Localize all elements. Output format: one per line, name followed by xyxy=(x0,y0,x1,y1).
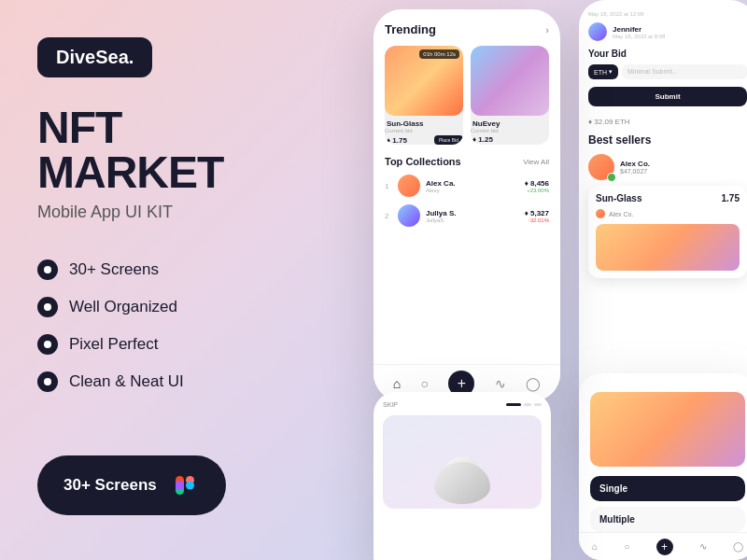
col-price-2: ♦ 5,327 xyxy=(525,209,549,217)
nft-image-nuevey xyxy=(471,46,549,116)
collection-item-1: 1 Alex Ca. Alexy ♦ 8,456 +23.00% xyxy=(385,175,549,197)
timer-badge: 01h 00m 12s xyxy=(419,49,459,59)
nft-card-1: 01h 00m 12s Sun-Glass Current bid ♦ 1.75… xyxy=(385,46,463,145)
nft-card-2: NuEvey Current bid ♦ 1.25 xyxy=(471,46,549,145)
feature-text-4: Clean & Neat UI xyxy=(69,372,184,391)
nav2-plus-button[interactable]: + xyxy=(656,539,673,555)
phone-bottom: SKIP xyxy=(374,392,551,560)
sg-creator-name: Alex Co. xyxy=(609,211,633,217)
nav-search-icon[interactable]: ○ xyxy=(421,376,429,391)
feature-text-3: Pixel Perfect xyxy=(69,335,158,354)
logo-badge: DiveSea. xyxy=(37,37,152,77)
option-multiple[interactable]: Multiple xyxy=(590,507,745,532)
avatar-jennifer xyxy=(588,22,607,41)
bid-input-row: ETH ▾ Minimal Submit... xyxy=(588,64,747,79)
svg-point-4 xyxy=(186,482,194,490)
feature-text-2: Well Organized xyxy=(69,298,177,316)
user-name-jennifer: Jennifer xyxy=(613,25,747,34)
cta-button[interactable]: 30+ Screens xyxy=(37,455,226,515)
collection-item-2: 2 Jullya S. JullyaS ♦ 5,327 -32.01% xyxy=(385,204,549,227)
phone-main: Trending › 01h 00m 12s Sun-Glass Current… xyxy=(374,9,560,401)
nav-home-icon[interactable]: ⌂ xyxy=(393,376,401,391)
svg-rect-3 xyxy=(176,482,184,490)
feature-list: 30+ Screens Well Organized Pixel Perfect… xyxy=(37,259,317,409)
nft-market-title: NFT MARKET xyxy=(37,105,317,195)
sg-price: 1.75 xyxy=(722,193,740,203)
feature-item-3: Pixel Perfect xyxy=(37,334,317,355)
phones-area: Trending › 01h 00m 12s Sun-Glass Current… xyxy=(345,0,747,560)
nft-image-sunglass: 01h 00m 12s xyxy=(385,46,463,116)
feature-item-2: Well Organized xyxy=(37,297,317,317)
col-user-1: Alexy xyxy=(426,188,519,193)
col-change-2: -32.01% xyxy=(525,217,549,223)
nav2-search-icon[interactable]: ○ xyxy=(624,541,629,552)
left-panel: DiveSea. NFT MARKET Mobile App UI KIT 30… xyxy=(0,0,355,560)
seller-avatar-alexco xyxy=(588,154,614,180)
seller-price-1: $47,0027 xyxy=(620,168,747,175)
nft-price-2: ♦ 1.25 xyxy=(472,135,493,144)
dots-indicator xyxy=(506,403,542,406)
dot-inactive-2 xyxy=(534,403,542,406)
dot-active xyxy=(506,403,521,406)
sg-title: Sun-Glass xyxy=(596,193,641,203)
sg-creator-dot xyxy=(596,209,605,218)
bid-input-field[interactable]: Minimal Submit... xyxy=(622,64,747,79)
trending-arrow: › xyxy=(545,24,549,35)
col-change-1: +23.00% xyxy=(525,188,549,193)
option-single-label: Single xyxy=(599,483,627,494)
your-bid-label: Your Bid xyxy=(588,49,747,59)
avatar-alexco xyxy=(398,175,420,197)
phone-right2-nav: ⌂ ○ + ∿ ◯ xyxy=(579,532,747,560)
figma-icon xyxy=(170,470,200,500)
skip-text[interactable]: SKIP xyxy=(383,401,398,408)
view-all-link[interactable]: View All xyxy=(523,158,549,166)
option-single[interactable]: Single xyxy=(590,476,745,501)
nft-cards-row: 01h 00m 12s Sun-Glass Current bid ♦ 1.75… xyxy=(385,46,549,145)
top-collections-header: Top Collections View All xyxy=(385,156,549,167)
subtitle: Mobile App UI KIT xyxy=(37,203,317,222)
nav2-profile-icon[interactable]: ◯ xyxy=(733,541,743,552)
right-date: May 18, 2022 at 12:08 xyxy=(588,11,747,17)
nft-name-2: NuEvey xyxy=(472,119,549,128)
nft-price-1: ♦ 1.75 xyxy=(387,136,407,145)
eth-dropdown[interactable]: ETH ▾ xyxy=(588,64,618,79)
cta-label: 30+ Screens xyxy=(63,476,157,495)
eye-icon-2 xyxy=(37,297,58,317)
sg-image xyxy=(596,224,740,271)
nav2-activity-icon[interactable]: ∿ xyxy=(699,541,707,552)
col-name-2: Jullya S. xyxy=(426,209,519,217)
nft-name-1: Sun-Glass xyxy=(387,119,463,128)
avatar-jullya xyxy=(398,204,420,227)
nav-activity-icon[interactable]: ∿ xyxy=(495,376,506,391)
rank-1: 1 xyxy=(385,182,392,190)
trending-title: Trending xyxy=(385,22,436,36)
onboarding-image xyxy=(383,415,542,509)
feature-text-1: 30+ Screens xyxy=(69,260,159,279)
option-multiple-label: Multiple xyxy=(599,514,635,525)
col-price-1: ♦ 8,456 xyxy=(525,179,549,188)
nav-profile-icon[interactable]: ◯ xyxy=(526,376,541,391)
nft-thumbnail-right xyxy=(590,392,745,467)
phone-right2: Single Multiple ⌂ ○ + ∿ ◯ xyxy=(579,373,747,560)
eye-icon-3 xyxy=(37,334,58,355)
col-user-2: JullyaS xyxy=(426,217,519,223)
dot-inactive-1 xyxy=(524,403,531,406)
seller-item-1: Alex Co. $47,0027 xyxy=(588,154,747,180)
place-bid-btn-1[interactable]: Place Bid xyxy=(434,135,463,145)
user-date-jennifer: May 18, 2022 at 8:08 xyxy=(613,34,747,39)
best-sellers-title: Best sellers xyxy=(588,133,747,147)
submit-button[interactable]: Submit xyxy=(588,87,747,106)
verified-badge xyxy=(607,173,616,182)
eye-icon-1 xyxy=(37,259,58,280)
nav2-home-icon[interactable]: ⌂ xyxy=(592,541,598,552)
user-row-jennifer: Jennifer May 18, 2022 at 8:08 xyxy=(588,22,747,41)
skip-row: SKIP xyxy=(383,401,542,408)
brand-name: DiveSea. xyxy=(56,47,134,67)
seller-name-1: Alex Co. xyxy=(620,160,747,168)
stone-big xyxy=(434,462,490,504)
eye-icon-4 xyxy=(37,371,58,392)
feature-item-4: Clean & Neat UI xyxy=(37,371,317,392)
rank-2: 2 xyxy=(385,212,392,220)
sunglass-card: Sun-Glass 1.75 Alex Co. xyxy=(588,186,747,278)
col-name-1: Alex Ca. xyxy=(426,179,519,188)
